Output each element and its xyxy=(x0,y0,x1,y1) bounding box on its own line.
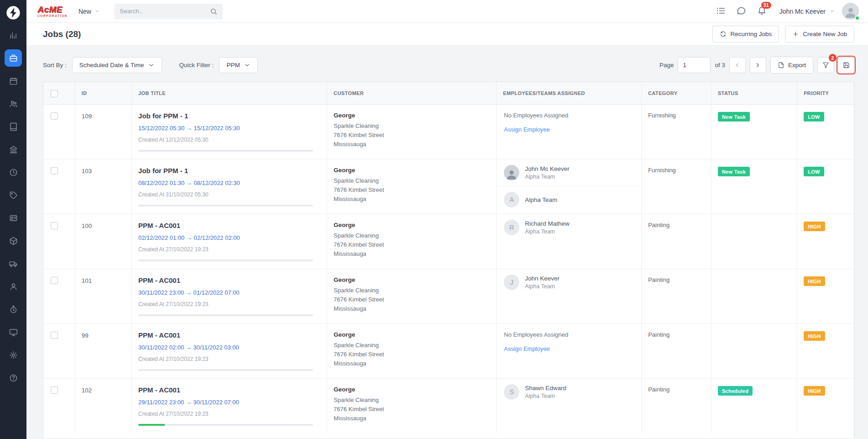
search-input[interactable] xyxy=(120,8,210,15)
col-header-employees[interactable]: EMPLOYEES/TEAMS ASSIGNED xyxy=(497,82,642,105)
job-schedule-link[interactable]: 30/11/2022 02:00 → 30/11/2022 03:00 xyxy=(138,344,320,351)
job-schedule-link[interactable]: 30/11/2022 23:00 → 01/12/2022 07:00 xyxy=(138,289,320,296)
sidebar-item-tag[interactable] xyxy=(0,184,26,206)
col-header-customer[interactable]: CUSTOMER xyxy=(327,82,497,105)
sidebar-item-box[interactable] xyxy=(0,229,26,252)
filter-button[interactable]: 2 xyxy=(817,57,834,73)
job-category: Furnishing xyxy=(642,159,711,214)
sidebar-item-book[interactable] xyxy=(0,115,26,138)
job-title-link[interactable]: Job for PPM - 1 xyxy=(138,112,320,120)
new-button[interactable]: New xyxy=(78,8,99,15)
row-checkbox[interactable] xyxy=(51,167,58,175)
sidebar-item-clock[interactable] xyxy=(0,161,26,184)
chat-button[interactable] xyxy=(735,4,748,19)
job-schedule-link[interactable]: 08/12/2022 01:30 → 08/12/2022 02:30 xyxy=(138,180,320,186)
col-header-priority[interactable]: PRIORITY xyxy=(797,82,854,105)
page-total: of 3 xyxy=(715,62,725,69)
job-title-link[interactable]: PPM - AC001 xyxy=(138,386,320,394)
brand-subtitle: CORPORATION xyxy=(37,15,68,18)
toolbar: Sort By : Scheduled Date & Time Quick Fi… xyxy=(26,46,868,82)
users-icon xyxy=(9,100,18,108)
customer-company: Sparkle Cleaning xyxy=(334,286,490,295)
chat-icon xyxy=(737,6,746,16)
assign-employee-link[interactable]: Assign Employee xyxy=(504,345,549,352)
search-box[interactable] xyxy=(114,4,223,19)
employee-avatar: R xyxy=(504,220,519,235)
row-checkbox[interactable] xyxy=(51,277,58,284)
sidebar-item-library[interactable] xyxy=(0,138,26,161)
employee-entry[interactable]: JJohn KeeverAlpha Team xyxy=(497,269,641,296)
job-category: Painting xyxy=(642,379,711,434)
new-button-label: New xyxy=(78,8,91,15)
user-avatar[interactable] xyxy=(842,3,859,20)
status-badge: New Task xyxy=(718,167,750,176)
employee-entry[interactable]: SShawn EdwardAlpha Team xyxy=(497,379,641,405)
col-header-status[interactable]: STATUS xyxy=(711,82,797,105)
chevron-left-icon xyxy=(734,62,741,69)
employee-entry[interactable]: RRichard MathewAlpha Team xyxy=(497,214,641,241)
customer-street: 7676 Kimbel Street xyxy=(334,405,490,414)
save-view-button[interactable] xyxy=(838,57,854,73)
task-list-button[interactable] xyxy=(714,4,727,19)
job-schedule-link[interactable]: 02/12/2022 01:00 → 02/12/2022 02:00 xyxy=(138,234,320,241)
brand-logo[interactable]: AcME CORPORATION xyxy=(37,5,68,18)
recurring-jobs-label: Recurring Jobs xyxy=(730,31,772,37)
job-title-link[interactable]: PPM - AC001 xyxy=(138,331,320,339)
sort-by-select[interactable]: Scheduled Date & Time xyxy=(72,57,162,73)
col-header-job-title[interactable]: JOB TITLE xyxy=(132,82,327,105)
row-checkbox[interactable] xyxy=(51,112,58,120)
plus-icon xyxy=(792,31,799,37)
employee-entry[interactable]: John Mc KeeverAlpha Team xyxy=(497,159,641,186)
job-created-at: Created At 12/12/2022 05:30 xyxy=(138,137,320,143)
sidebar-item-idcard[interactable] xyxy=(0,206,26,229)
refresh-icon xyxy=(720,31,727,37)
job-title-link[interactable]: PPM - AC001 xyxy=(138,276,320,284)
row-checkbox[interactable] xyxy=(51,386,58,394)
customer-name: George xyxy=(334,112,490,119)
recurring-jobs-button[interactable]: Recurring Jobs xyxy=(712,26,779,42)
person-photo-icon xyxy=(506,169,518,180)
box-icon xyxy=(9,237,18,245)
select-all-checkbox[interactable] xyxy=(51,90,58,97)
sidebar-item-truck[interactable] xyxy=(0,252,26,275)
table-row: 101 PPM - AC001 30/11/2022 23:00 → 01/12… xyxy=(43,269,854,324)
sidebar-item-calendar[interactable] xyxy=(0,69,26,92)
sidebar-item-users[interactable] xyxy=(0,92,26,115)
export-button[interactable]: Export xyxy=(770,57,813,74)
no-employees-text: No Employees Assigned xyxy=(504,112,634,119)
row-checkbox[interactable] xyxy=(51,222,58,229)
table-row: 102 PPM - AC001 29/11/2022 23:00 → 30/11… xyxy=(43,379,854,434)
sidebar-item-help[interactable] xyxy=(0,366,26,389)
customer-street: 7676 Kimbel Street xyxy=(334,240,490,249)
job-category: Painting xyxy=(642,214,711,269)
sidebar-item-briefcase[interactable] xyxy=(0,47,26,69)
quick-filter-select[interactable]: PPM xyxy=(219,57,257,73)
job-schedule-link[interactable]: 15/12/2022 05:30 → 15/12/2022 05:30 xyxy=(138,125,320,132)
job-title-link[interactable]: Job for PPM - 1 xyxy=(138,167,320,175)
app-logo-icon[interactable] xyxy=(6,5,21,20)
search-icon[interactable] xyxy=(210,8,217,15)
customer-company: Sparkle Cleaning xyxy=(334,122,490,131)
sidebar-item-person[interactable] xyxy=(0,275,26,298)
employee-entry[interactable]: AAlpha Team xyxy=(497,186,641,213)
col-header-id[interactable]: ID xyxy=(75,82,131,105)
page-number-input[interactable] xyxy=(678,57,711,73)
row-checkbox[interactable] xyxy=(51,332,58,339)
customer-name: George xyxy=(334,386,490,393)
col-header-category[interactable]: CATEGORY xyxy=(642,82,711,105)
notifications-button[interactable]: 31 xyxy=(755,4,769,19)
customer-name: George xyxy=(334,276,490,283)
user-menu[interactable]: John Mc Keever xyxy=(779,8,835,15)
idcard-icon xyxy=(9,214,18,222)
create-new-job-button[interactable]: Create New Job xyxy=(785,26,854,42)
sidebar-item-gear[interactable] xyxy=(0,344,26,366)
job-schedule-link[interactable]: 29/11/2022 23:00 → 30/11/2022 07:00 xyxy=(138,399,320,406)
prev-page-button[interactable] xyxy=(729,57,746,73)
assign-employee-link[interactable]: Assign Employee xyxy=(504,126,549,133)
sidebar-item-stopwatch[interactable] xyxy=(0,298,26,321)
job-title-link[interactable]: PPM - AC001 xyxy=(138,222,320,229)
sidebar-item-dashboard[interactable] xyxy=(0,24,26,47)
customer-company: Sparkle Cleaning xyxy=(334,396,490,405)
sidebar-item-monitor[interactable] xyxy=(0,321,26,344)
next-page-button[interactable] xyxy=(750,57,766,73)
